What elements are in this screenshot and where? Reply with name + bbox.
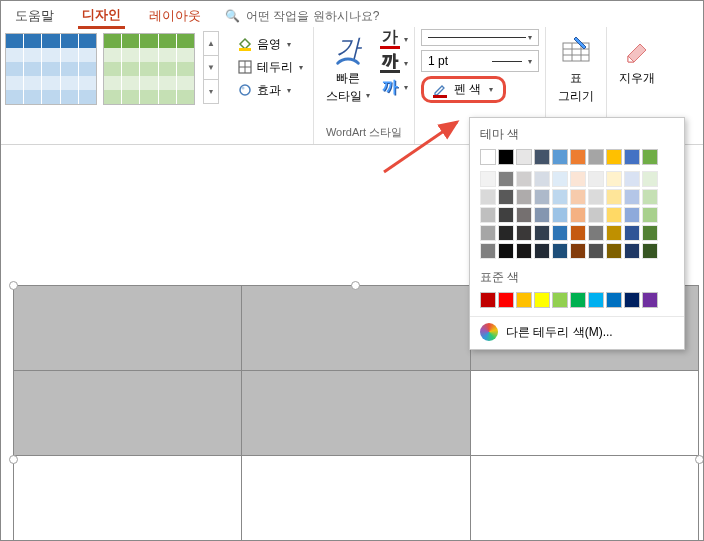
color-swatch[interactable] <box>534 149 550 165</box>
color-swatch[interactable] <box>624 207 640 223</box>
color-swatch[interactable] <box>534 292 550 308</box>
color-swatch[interactable] <box>624 189 640 205</box>
tell-me-search[interactable]: 🔍 어떤 작업을 원하시나요? <box>225 8 379 25</box>
color-swatch[interactable] <box>606 292 622 308</box>
selection-handle[interactable] <box>351 281 360 290</box>
pen-color-button[interactable]: 펜 색 ▾ <box>421 76 506 103</box>
color-swatch[interactable] <box>570 189 586 205</box>
color-swatch[interactable] <box>606 171 622 187</box>
color-swatch[interactable] <box>570 207 586 223</box>
eraser-button[interactable]: 지우개 <box>613 29 661 87</box>
color-swatch[interactable] <box>498 292 514 308</box>
color-swatch[interactable] <box>516 149 532 165</box>
color-swatch[interactable] <box>516 189 532 205</box>
color-swatch[interactable] <box>552 225 568 241</box>
tab-design[interactable]: 디자인 <box>78 4 125 29</box>
color-swatch[interactable] <box>642 225 658 241</box>
color-swatch[interactable] <box>534 189 550 205</box>
color-swatch[interactable] <box>480 225 496 241</box>
color-swatch[interactable] <box>588 207 604 223</box>
color-swatch[interactable] <box>552 149 568 165</box>
color-swatch[interactable] <box>624 292 640 308</box>
color-swatch[interactable] <box>516 225 532 241</box>
color-swatch[interactable] <box>642 207 658 223</box>
quick-style-label-2: 스타일 <box>326 89 362 105</box>
color-swatch[interactable] <box>480 207 496 223</box>
color-swatch[interactable] <box>642 171 658 187</box>
color-swatch[interactable] <box>624 243 640 259</box>
selection-handle[interactable] <box>9 281 18 290</box>
color-swatch[interactable] <box>552 292 568 308</box>
color-swatch[interactable] <box>606 149 622 165</box>
color-swatch[interactable] <box>480 292 496 308</box>
color-swatch[interactable] <box>642 149 658 165</box>
table-style-thumb-1[interactable] <box>5 33 97 105</box>
color-swatch[interactable] <box>552 171 568 187</box>
effects-button[interactable]: 효과 ▾ <box>233 80 307 101</box>
color-swatch[interactable] <box>480 243 496 259</box>
color-swatch[interactable] <box>588 243 604 259</box>
color-swatch[interactable] <box>624 171 640 187</box>
color-swatch[interactable] <box>516 243 532 259</box>
color-swatch[interactable] <box>624 149 640 165</box>
gallery-up[interactable]: ▲ <box>203 31 219 56</box>
color-swatch[interactable] <box>588 189 604 205</box>
color-swatch[interactable] <box>480 171 496 187</box>
gallery-down[interactable]: ▼ <box>203 55 219 80</box>
color-swatch[interactable] <box>498 243 514 259</box>
color-swatch[interactable] <box>516 171 532 187</box>
color-swatch[interactable] <box>534 225 550 241</box>
more-colors-button[interactable]: 다른 테두리 색(M)... <box>470 316 684 345</box>
color-swatch[interactable] <box>588 292 604 308</box>
color-swatch[interactable] <box>516 292 532 308</box>
color-swatch[interactable] <box>570 243 586 259</box>
chevron-down-icon: ▾ <box>528 33 532 42</box>
color-swatch[interactable] <box>606 243 622 259</box>
color-swatch[interactable] <box>588 149 604 165</box>
pen-style-select[interactable]: ▾ <box>421 29 539 46</box>
color-swatch[interactable] <box>570 171 586 187</box>
pen-weight-select[interactable]: 1 pt ▾ <box>421 50 539 72</box>
color-swatch[interactable] <box>498 149 514 165</box>
tab-help[interactable]: 도움말 <box>11 5 58 27</box>
color-swatch[interactable] <box>588 171 604 187</box>
color-swatch[interactable] <box>570 292 586 308</box>
color-swatch[interactable] <box>552 207 568 223</box>
selection-handle[interactable] <box>9 455 18 464</box>
tab-layout[interactable]: 레이아웃 <box>145 5 205 27</box>
color-swatch[interactable] <box>642 189 658 205</box>
color-swatch[interactable] <box>624 225 640 241</box>
color-swatch[interactable] <box>552 243 568 259</box>
color-swatch[interactable] <box>642 243 658 259</box>
text-outline-button[interactable]: 까 ▾ <box>380 53 408 73</box>
selection-handle[interactable] <box>695 455 704 464</box>
color-swatch[interactable] <box>498 189 514 205</box>
color-swatch[interactable] <box>606 207 622 223</box>
color-swatch[interactable] <box>534 207 550 223</box>
color-swatch[interactable] <box>498 225 514 241</box>
color-swatch[interactable] <box>552 189 568 205</box>
color-swatch[interactable] <box>534 171 550 187</box>
color-swatch[interactable] <box>606 189 622 205</box>
text-fill-button[interactable]: 가 ▾ <box>380 29 408 49</box>
draw-table-label-1: 표 <box>570 71 582 87</box>
color-swatch[interactable] <box>498 207 514 223</box>
text-effects-button[interactable]: 까 ▾ <box>380 77 408 97</box>
shading-button[interactable]: 음영 ▾ <box>233 34 307 55</box>
color-swatch[interactable] <box>570 149 586 165</box>
color-swatch[interactable] <box>606 225 622 241</box>
color-swatch[interactable] <box>498 171 514 187</box>
table-style-thumb-2[interactable] <box>103 33 195 105</box>
draw-table-button[interactable]: 표 그리기 <box>552 29 600 104</box>
color-swatch[interactable] <box>642 292 658 308</box>
color-swatch[interactable] <box>480 149 496 165</box>
chevron-down-icon: ▾ <box>404 35 408 44</box>
color-swatch[interactable] <box>570 225 586 241</box>
quick-styles-button[interactable]: 가 빠른 스타일 ▾ <box>320 29 376 104</box>
color-swatch[interactable] <box>480 189 496 205</box>
color-swatch[interactable] <box>534 243 550 259</box>
gallery-more[interactable]: ▾ <box>203 79 219 104</box>
border-button[interactable]: 테두리 ▾ <box>233 57 307 78</box>
color-swatch[interactable] <box>588 225 604 241</box>
color-swatch[interactable] <box>516 207 532 223</box>
